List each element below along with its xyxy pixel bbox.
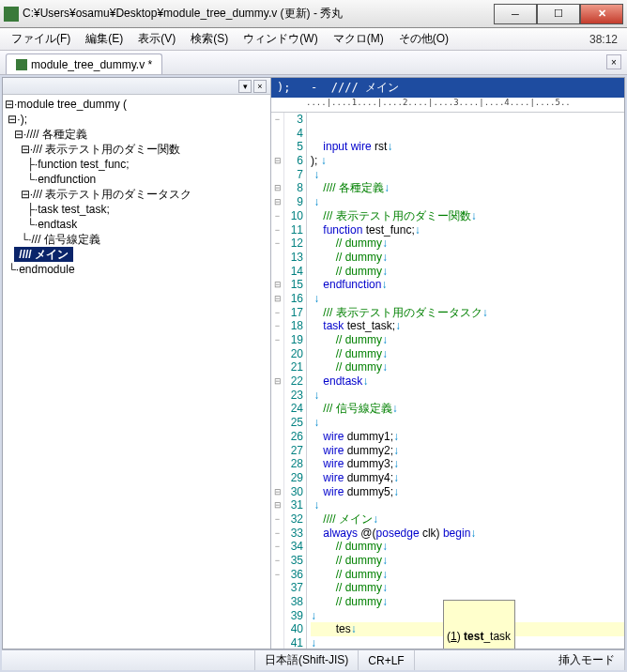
outline-close-button[interactable]: × bbox=[253, 80, 267, 93]
tab-close-button[interactable]: × bbox=[606, 54, 621, 69]
editor[interactable]: − ⊟⊟ ⊟−− − ⊟⊟− −− ⊟ ⊟⊟− −−− − 3456789101… bbox=[271, 113, 624, 649]
autocomplete-item[interactable]: (1) test_task bbox=[447, 630, 512, 644]
tree-node[interactable]: └·endfunction bbox=[5, 172, 268, 187]
line-col-indicator: 38:12 bbox=[589, 33, 623, 46]
menu-macro[interactable]: マクロ(M) bbox=[326, 28, 391, 50]
menu-edit[interactable]: 編集(E) bbox=[78, 28, 130, 50]
file-tab[interactable]: module_tree_dummy.v * bbox=[6, 53, 162, 74]
file-icon bbox=[16, 59, 27, 70]
status-bar: 日本語(Shift-JIS) CR+LF 挿入モード bbox=[2, 649, 625, 670]
menu-window[interactable]: ウィンドウ(W) bbox=[236, 28, 325, 50]
minimize-button[interactable]: ─ bbox=[494, 4, 537, 24]
tree-node[interactable]: ├·function test_func; bbox=[5, 157, 268, 172]
status-encoding[interactable]: 日本語(Shift-JIS) bbox=[255, 650, 359, 670]
outline-dropdown-button[interactable]: ▾ bbox=[238, 80, 252, 93]
outline-header: ▾ × bbox=[3, 78, 270, 95]
tree-node[interactable]: ⊟·/// 表示テスト用のダミータスク bbox=[5, 187, 268, 202]
tree-node[interactable]: └·endmodule bbox=[5, 262, 268, 277]
titlebar[interactable]: C:¥Users¥osamu¥Desktop¥module_tree_dummy… bbox=[0, 0, 627, 28]
autocomplete-popup[interactable]: (1) test_task (2) test_func bbox=[443, 600, 515, 649]
tab-label: module_tree_dummy.v * bbox=[31, 58, 152, 71]
tree-node[interactable]: ⊟·//// 各種定義 bbox=[5, 127, 268, 142]
tree-node-selected[interactable]: //// メイン bbox=[14, 247, 73, 262]
menu-search[interactable]: 検索(S) bbox=[183, 28, 236, 50]
tree-node[interactable]: ├·task test_task; bbox=[5, 202, 268, 217]
tree-node[interactable]: └·endtask bbox=[5, 217, 268, 232]
line-gutter: 3456789101112131415161718192021222324252… bbox=[284, 113, 307, 649]
fold-column[interactable]: − ⊟⊟ ⊟−− − ⊟⊟− −− ⊟ ⊟⊟− −−− − bbox=[271, 113, 284, 649]
tab-bar: module_tree_dummy.v * × bbox=[0, 51, 627, 75]
tree-node[interactable]: └·/// 信号線定義 bbox=[5, 232, 268, 247]
code-area[interactable]: input wire rst↓); ↓ ↓ //// 各種定義↓ ↓ /// 表… bbox=[307, 113, 624, 649]
status-mode: 挿入モード bbox=[549, 650, 625, 670]
context-bar: ); - //// メイン bbox=[271, 78, 624, 98]
window-title: C:¥Users¥osamu¥Desktop¥module_tree_dummy… bbox=[23, 6, 494, 22]
menu-view[interactable]: 表示(V) bbox=[130, 28, 183, 50]
tree-node[interactable]: ⊟·module tree_dummy ( bbox=[5, 97, 268, 112]
menu-file[interactable]: ファイル(F) bbox=[4, 28, 78, 50]
menu-other[interactable]: その他(O) bbox=[391, 28, 456, 50]
menubar: ファイル(F) 編集(E) 表示(V) 検索(S) ウィンドウ(W) マクロ(M… bbox=[0, 28, 627, 51]
tree-node[interactable]: ⊟·/// 表示テスト用のダミー関数 bbox=[5, 142, 268, 157]
outline-pane: ▾ × ⊟·module tree_dummy ( ⊟·); ⊟·//// 各種… bbox=[3, 78, 271, 649]
outline-tree[interactable]: ⊟·module tree_dummy ( ⊟·); ⊟·//// 各種定義 ⊟… bbox=[3, 95, 270, 649]
ruler: ....|....1....|....2....|....3....|....4… bbox=[271, 98, 624, 113]
close-button[interactable]: ✕ bbox=[580, 4, 623, 24]
maximize-button[interactable]: ☐ bbox=[537, 4, 580, 24]
tree-node[interactable]: ⊟·); bbox=[5, 112, 268, 127]
app-icon bbox=[4, 7, 19, 22]
status-eol[interactable]: CR+LF bbox=[359, 650, 414, 670]
